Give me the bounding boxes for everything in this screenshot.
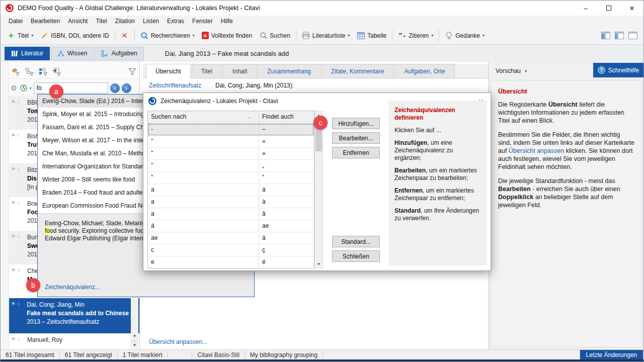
zeichenaequivalenz-link[interactable]: Zeichenäquivalenz... [45, 284, 100, 291]
dialog-help-item: Bearbeiten, um ein markiertes Zeichenpaa… [394, 167, 481, 182]
letzte-aenderungen-button[interactable]: Letzte Änderungen [580, 350, 643, 360]
search-icon [259, 32, 267, 40]
gedanke-button[interactable]: Gedanke▾ [441, 30, 488, 42]
status-grouping[interactable]: My bibliography grouping [245, 351, 323, 358]
entfernen-button[interactable]: Entfernen [332, 147, 380, 158]
current-title-header: Dai, Jiang 2013 – Fake meat scandals add [165, 50, 289, 57]
table-row-selected[interactable]: -– [148, 124, 314, 136]
tab-aufgaben[interactable]: Aufgaben [95, 47, 143, 60]
tab-literatur[interactable]: Literatur [5, 47, 50, 60]
table-row[interactable]: cç [148, 244, 314, 256]
list-filter-toolbar [9, 65, 139, 79]
add-title-button[interactable]: + Titel▾ [4, 30, 37, 42]
quick-search-input[interactable] [34, 82, 108, 94]
menu-fenster[interactable]: Fenster [188, 17, 217, 26]
tab-zusammenhang[interactable]: Zusammenhang [258, 64, 320, 78]
layout-one-pane-icon[interactable] [628, 32, 637, 39]
standard-button[interactable]: Standard... [332, 236, 380, 247]
table-row[interactable]: "” [148, 172, 314, 184]
pdf-icon: A [202, 32, 209, 39]
literaturliste-button[interactable]: Literaturliste▾ [298, 30, 353, 42]
workspace-nav: Literatur Wissen Aufgaben Dai, Jiang 201… [1, 45, 643, 62]
menu-bearbeiten[interactable]: Bearbeiten [27, 17, 64, 26]
status-shown: 61 Titel angezeigt [60, 351, 117, 358]
menu-hilfe[interactable]: Hilfe [217, 17, 237, 26]
schnellhilfe-button[interactable]: ? Schnellhilfe [593, 63, 643, 77]
table-row[interactable]: aá [148, 184, 314, 196]
scroll-down-icon[interactable]: ▼ [315, 260, 323, 268]
list-item[interactable]: ⚑ ○ Manuell, Roy [9, 333, 139, 349]
vorschau-label[interactable]: Vorschau [496, 67, 521, 74]
chevron-down-icon[interactable]: ▾ [30, 86, 32, 90]
tab-titel[interactable]: Titel [192, 64, 222, 78]
minimize-button[interactable]: – [574, 1, 597, 16]
books-icon [11, 50, 18, 57]
uebersicht-anpassen-help-link[interactable]: Übersicht anpassen [509, 147, 564, 154]
dialog-help-box: Zeichenäquivalenzen definieren Klicken S… [388, 101, 487, 265]
dialog-title: Zeichenäquivalenz - Lokales Projekt - Ci… [160, 98, 278, 105]
isbn-doi-button[interactable]: ISBN, DOI, andere ID [37, 30, 112, 42]
import-filter-icon[interactable] [52, 68, 61, 76]
chevron-down-icon[interactable]: ▾ [525, 69, 527, 73]
tabelle-button[interactable]: Tabelle [353, 30, 390, 42]
menu-zitation[interactable]: Zitation [111, 17, 139, 26]
search-forward-button[interactable]: › [122, 83, 131, 93]
flag-icons: ⚑ ○ [11, 133, 25, 163]
flag-icons: ⚑ ○ [11, 336, 25, 349]
filter-funnel-icon[interactable] [128, 68, 136, 75]
menu-listen[interactable]: Listen [139, 17, 163, 26]
help-paragraph: Bestimmen Sie die Felder, die Ihnen wich… [498, 131, 635, 171]
table-row[interactable]: aâ [148, 208, 314, 220]
table-row[interactable]: aà [148, 196, 314, 208]
tab-zitate-kommentare[interactable]: Zitate, Kommentare [321, 64, 393, 78]
recherchieren-button[interactable]: Recherchieren▾ [137, 30, 198, 42]
zitieren-button[interactable]: ❞ Zitieren▾ [394, 30, 437, 42]
suchen-button[interactable]: Suchen [256, 30, 294, 42]
tab-inhalt[interactable]: Inhalt [223, 64, 257, 78]
table-row[interactable]: aeä [148, 232, 314, 244]
status-citation-style[interactable]: Citavi Basis-Stil [192, 351, 244, 358]
delete-x-icon: ✕ [121, 32, 129, 40]
search-back-button[interactable]: ‹ [110, 83, 120, 93]
uebersicht-anpassen-link[interactable]: Übersicht anpassen... [149, 338, 207, 345]
scroll-down-icon[interactable]: ▼ [131, 332, 138, 340]
menu-ansicht[interactable]: Ansicht [64, 17, 92, 26]
list-item-selected[interactable]: ⚑ ○ Dai, Cong; Jiang, MinFake meat scand… [9, 298, 139, 333]
group-filter-icon[interactable] [39, 68, 47, 76]
menu-titel[interactable]: Titel [92, 17, 111, 26]
tab-wissen[interactable]: Wissen [51, 47, 94, 60]
table-row[interactable]: äae [148, 220, 314, 232]
category-filter-icon[interactable] [25, 68, 34, 76]
plus-icon: + [7, 32, 15, 40]
window-bottom-strip [1, 359, 643, 362]
gear-icon[interactable]: ⚙ [11, 84, 17, 92]
table-row[interactable]: "» [148, 148, 314, 160]
menu-datei[interactable]: Datei [5, 17, 27, 26]
menu-extras[interactable]: Extras [163, 17, 188, 26]
label-filter-icon[interactable] [12, 68, 20, 76]
layout-two-pane-icon[interactable] [615, 32, 624, 39]
schliessen-button[interactable]: Schließen [332, 250, 380, 262]
scroll-to-end-icon[interactable]: ▼ [131, 341, 138, 348]
tab-uebersicht[interactable]: Übersicht [146, 64, 191, 78]
table-scrollbar[interactable]: ▲ ▼ [314, 111, 323, 268]
delete-title-button[interactable]: ✕ [117, 30, 132, 42]
tab-aufgaben-orte[interactable]: Aufgaben, Orte [394, 64, 454, 78]
citavi-dialog-icon [148, 97, 156, 105]
maximize-button[interactable] [597, 1, 620, 16]
table-row[interactable]: eé [148, 256, 314, 268]
table-row[interactable]: "„ [148, 160, 314, 172]
close-button[interactable]: ✕ [620, 1, 643, 16]
left-margin-strip [1, 62, 9, 349]
dialog-help-intro: Klicken Sie auf ... [394, 127, 481, 134]
search-history-icon[interactable] [19, 84, 28, 92]
hinzufuegen-button[interactable]: Hinzufügen... [332, 118, 380, 129]
dialog-help-item: Standard, um Ihre Änderungen zu verwerfe… [394, 207, 481, 222]
table-header[interactable]: Suchen nachFindet auch ▵ [148, 111, 314, 124]
bearbeiten-button[interactable]: Bearbeiten... [332, 132, 380, 144]
layout-three-pane-icon[interactable] [601, 32, 610, 39]
volltexte-button[interactable]: A Volltexte finden [198, 30, 256, 41]
reference-type-link[interactable]: Zeitschriftenaufsatz [149, 82, 201, 89]
annotation-badge-c: c [313, 116, 328, 130]
table-row[interactable]: "« [148, 136, 314, 148]
